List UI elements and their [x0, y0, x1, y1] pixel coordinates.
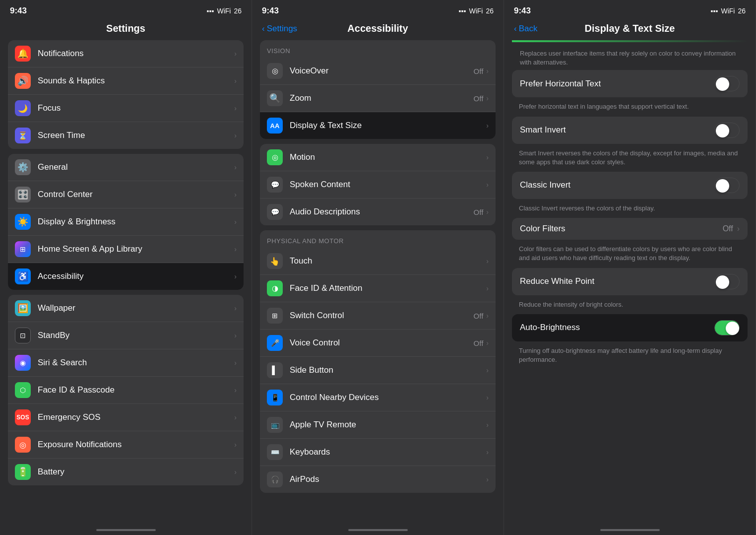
row-switchcontrol[interactable]: ⊞ Switch Control Off › — [260, 302, 496, 330]
smart-invert-desc: Smart Invert reverses the colors of the … — [512, 149, 748, 172]
row-sounds[interactable]: 🔊 Sounds & Haptics › — [8, 67, 244, 95]
auto-brightness-row[interactable]: Auto-Brightness — [512, 314, 748, 341]
auto-brightness-toggle[interactable] — [714, 320, 740, 335]
audiodesc-value: Off — [474, 208, 484, 216]
row-voicecontrol[interactable]: 🎤 Voice Control Off › — [260, 330, 496, 357]
reduce-white-toggle[interactable] — [714, 274, 740, 289]
auto-brightness-group: Auto-Brightness — [512, 314, 748, 341]
row-keyboards[interactable]: ⌨️ Keyboards › — [260, 439, 496, 466]
homescreen-label: Home Screen & App Library — [38, 244, 234, 254]
row-voiceover[interactable]: ◎ VoiceOver Off › — [260, 58, 496, 85]
row-displaybright[interactable]: ☀️ Display & Brightness › — [8, 208, 244, 236]
auto-brightness-knob — [726, 322, 739, 335]
voiceover-label: VoiceOver — [290, 66, 474, 76]
audiodesc-label: Audio Descriptions — [290, 207, 474, 217]
prefer-horizontal-label: Prefer Horizontal Text — [520, 79, 714, 89]
faceid-icon: ⬡ — [15, 382, 31, 398]
back-chevron-mid: ‹ — [262, 24, 265, 34]
row-wallpaper[interactable]: 🖼️ Wallpaper › — [8, 295, 244, 322]
row-notifications[interactable]: 🔔 Notifications › — [8, 40, 244, 67]
smart-invert-row[interactable]: Smart Invert — [512, 117, 748, 144]
right-nav-row: ‹ Back Display & Text Size — [504, 19, 756, 40]
controlcenter-icon: 🎛️ — [15, 187, 31, 202]
row-sidebutton[interactable]: ▌ Side Button › — [260, 357, 496, 384]
status-bar-left: 9:43 ▪▪▪ WiFi 26 — [0, 0, 252, 19]
spoken-icon: 💬 — [267, 177, 283, 193]
screentime-label: Screen Time — [38, 131, 234, 140]
color-filters-group: Color Filters Off › — [512, 218, 748, 240]
screentime-icon: ⏳ — [15, 128, 31, 143]
smart-invert-knob — [716, 124, 729, 137]
row-audiodesc[interactable]: 💬 Audio Descriptions Off › — [260, 199, 496, 225]
row-motion[interactable]: ◎ Motion › — [260, 144, 496, 171]
row-battery[interactable]: 🔋 Battery › — [8, 459, 244, 485]
row-appletvremote[interactable]: 📺 Apple TV Remote › — [260, 411, 496, 439]
row-airpods[interactable]: 🎧 AirPods › — [260, 466, 496, 493]
row-faceidatt[interactable]: ◑ Face ID & Attention › — [260, 275, 496, 302]
emergencysos-icon: SOS — [15, 409, 31, 425]
voicecontrol-icon: 🎤 — [267, 335, 283, 351]
middle-settings-list[interactable]: VISION ◎ VoiceOver Off › 🔍 Zoom Off › AA… — [252, 40, 504, 525]
row-exposure[interactable]: ◎ Exposure Notifications › — [8, 431, 244, 459]
smart-invert-group: Smart Invert — [512, 117, 748, 144]
vision-group: VISION ◎ VoiceOver Off › 🔍 Zoom Off › AA… — [260, 40, 496, 139]
prefer-horizontal-desc: Prefer horizontal text in languages that… — [512, 102, 748, 116]
battery-label: Battery — [38, 467, 234, 477]
prefer-horizontal-row[interactable]: Prefer Horizontal Text — [512, 70, 748, 97]
accessibility-label: Accessibility — [38, 271, 234, 281]
row-faceid[interactable]: ⬡ Face ID & Passcode › — [8, 377, 244, 404]
back-label-right: Back — [519, 24, 538, 34]
wifi-icon-mid: WiFi — [469, 7, 483, 15]
left-settings-list[interactable]: 🔔 Notifications › 🔊 Sounds & Haptics › 🌙… — [0, 40, 252, 525]
appletvremote-icon: 📺 — [267, 417, 283, 433]
row-controlnearby[interactable]: 📱 Control Nearby Devices › — [260, 384, 496, 411]
displaytextsize-icon: AA — [267, 118, 283, 134]
row-displaytextsize[interactable]: AA Display & Text Size › — [260, 112, 496, 139]
row-screentime[interactable]: ⏳ Screen Time › — [8, 122, 244, 149]
row-accessibility[interactable]: ♿ Accessibility › — [8, 263, 244, 290]
top-accent-bar — [512, 40, 748, 42]
classic-invert-row[interactable]: Classic Invert — [512, 172, 748, 199]
zoom-label: Zoom — [290, 93, 474, 103]
middle-back-button[interactable]: ‹ Settings — [262, 24, 297, 34]
displaytextsize-label: Display & Text Size — [290, 121, 486, 131]
middle-panel: 9:43 ▪▪▪ WiFi 26 ‹ Settings Accessibilit… — [252, 0, 504, 535]
row-standby[interactable]: ⊡ StandBy › — [8, 322, 244, 349]
color-filters-row[interactable]: Color Filters Off › — [512, 218, 748, 240]
motion-label: Motion — [290, 152, 486, 162]
row-touch[interactable]: 👆 Touch › — [260, 248, 496, 275]
row-focus[interactable]: 🌙 Focus › — [8, 95, 244, 122]
right-panel-content[interactable]: Replaces user interface items that rely … — [504, 44, 756, 525]
signal-icon-mid: ▪▪▪ — [459, 7, 466, 15]
row-siri[interactable]: ◉ Siri & Search › — [8, 349, 244, 377]
row-zoom[interactable]: 🔍 Zoom Off › — [260, 85, 496, 112]
wifi-icon-right: WiFi — [721, 7, 735, 15]
right-back-button[interactable]: ‹ Back — [514, 24, 537, 34]
reduce-white-row[interactable]: Reduce White Point — [512, 268, 748, 295]
row-spoken[interactable]: 💬 Spoken Content › — [260, 171, 496, 199]
vision-header: VISION — [260, 40, 496, 58]
physical-motor-group: PHYSICAL AND MOTOR 👆 Touch › ◑ Face ID &… — [260, 230, 496, 493]
standby-label: StandBy — [38, 331, 234, 340]
row-general[interactable]: ⚙️ General › — [8, 154, 244, 181]
switchcontrol-label: Switch Control — [290, 311, 474, 321]
right-panel: 9:43 ▪▪▪ WiFi 26 ‹ Back Display & Text S… — [504, 0, 756, 535]
smart-invert-toggle[interactable] — [714, 123, 740, 138]
exposure-icon: ◎ — [15, 437, 31, 453]
general-icon: ⚙️ — [15, 159, 31, 175]
classic-invert-toggle[interactable] — [714, 178, 740, 193]
classic-invert-group: Classic Invert — [512, 172, 748, 199]
time-right: 9:43 — [514, 6, 531, 16]
voicecontrol-label: Voice Control — [290, 338, 474, 348]
row-controlcenter[interactable]: 🎛️ Control Center › — [8, 181, 244, 208]
switchcontrol-icon: ⊞ — [267, 308, 283, 324]
keyboards-label: Keyboards — [290, 447, 486, 457]
color-filters-label: Color Filters — [520, 224, 723, 234]
zoom-value: Off — [474, 94, 484, 103]
voicecontrol-value: Off — [474, 339, 484, 347]
prefer-horizontal-toggle[interactable] — [714, 76, 740, 91]
spoken-label: Spoken Content — [290, 180, 486, 190]
row-homescreen[interactable]: ⊞ Home Screen & App Library › — [8, 236, 244, 263]
row-emergencysos[interactable]: SOS Emergency SOS › — [8, 404, 244, 431]
voiceover-value: Off — [474, 67, 484, 75]
